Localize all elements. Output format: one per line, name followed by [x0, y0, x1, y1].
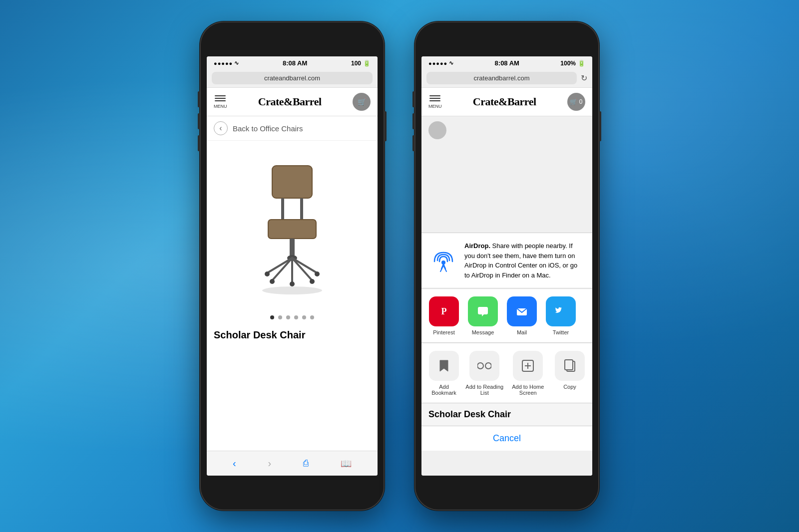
dimmed-back-row — [421, 116, 592, 148]
pinterest-label: Pinterest — [433, 329, 454, 335]
copy-icon — [564, 359, 576, 372]
dots-nav-left — [207, 310, 378, 324]
status-right-right: 100% 🔋 — [560, 60, 585, 67]
airdrop-title: AirDrop. — [464, 242, 490, 250]
status-time-right: 8:08 AM — [495, 59, 519, 67]
svg-point-18 — [441, 261, 445, 265]
wifi-icon: ∿ — [234, 60, 239, 66]
pinterest-icon: P — [436, 303, 452, 319]
svg-rect-33 — [565, 360, 573, 370]
menu-line-3 — [215, 100, 226, 101]
airdrop-section[interactable]: AirDrop. Share with people nearby. If yo… — [421, 233, 592, 288]
action-item-copy[interactable]: Copy — [552, 351, 587, 390]
bottom-toolbar-left: ‹ › ⎙ 📖 — [207, 451, 378, 476]
cart-btn-right[interactable]: 🛒 0 — [567, 93, 585, 111]
mail-label: Mail — [517, 329, 527, 335]
homescreen-icon-btn[interactable] — [513, 351, 543, 381]
forward-btn-left[interactable]: › — [268, 458, 272, 469]
mail-icon-btn[interactable] — [507, 296, 537, 326]
brand-logo-left: Crate&Barrel — [235, 95, 345, 108]
status-right-left: 100 🔋 — [351, 60, 371, 67]
svg-point-28 — [485, 363, 491, 369]
wifi-icon-right: ∿ — [449, 60, 453, 66]
twitter-label: Twitter — [553, 329, 569, 335]
homescreen-label: Add to Home Screen — [508, 384, 548, 396]
menu-button-left[interactable]: MENU — [214, 95, 227, 109]
status-time-left: 8:08 AM — [283, 59, 307, 67]
svg-rect-3 — [268, 220, 316, 239]
share-btn-left[interactable]: ⎙ — [303, 458, 309, 469]
back-btn-left[interactable]: ‹ — [233, 458, 236, 469]
bookmark-label: Add Bookmark — [426, 384, 461, 396]
battery-icon-left: 🔋 — [363, 60, 371, 67]
cart-btn-left[interactable]: 🛒 — [353, 93, 371, 111]
svg-point-26 — [553, 304, 568, 319]
status-left: ●●●●● ∿ — [214, 60, 239, 66]
svg-text:P: P — [441, 306, 447, 316]
dot-6 — [310, 315, 314, 319]
bookmarks-btn-left[interactable]: 📖 — [341, 458, 352, 469]
status-right-left: ●●●●● ∿ — [428, 60, 453, 66]
back-nav-left[interactable]: ‹ Back to Office Chairs — [207, 116, 378, 141]
dot-4 — [294, 315, 298, 319]
reading-label: Add to Reading List — [465, 384, 504, 396]
menu-line-r3 — [429, 100, 440, 101]
menu-line-2 — [215, 98, 226, 99]
share-item-mail[interactable]: Mail — [504, 296, 539, 335]
svg-point-11 — [265, 271, 270, 276]
homescreen-icon — [521, 359, 534, 372]
dot-2 — [278, 315, 282, 319]
address-field-left[interactable]: crateandbarrel.com — [212, 72, 373, 84]
cancel-button[interactable]: Cancel — [421, 426, 592, 451]
svg-rect-4 — [290, 239, 295, 256]
menu-line-r1 — [429, 95, 440, 96]
scholar-title: Scholar Desk Chair — [428, 409, 511, 419]
menu-line-1 — [215, 95, 226, 96]
action-icons-row: Add Bookmark Add to Reading List — [421, 344, 592, 403]
svg-point-12 — [315, 271, 320, 276]
share-item-message[interactable]: Message — [465, 296, 500, 335]
svg-rect-0 — [272, 166, 312, 198]
signal-icon: ●●●●● — [214, 60, 233, 66]
dot-1 — [270, 315, 274, 319]
iphone-right: ●●●●● ∿ 8:08 AM 100% 🔋 crateandbarrel.co… — [414, 21, 599, 511]
action-item-homescreen[interactable]: Add to Home Screen — [508, 351, 548, 396]
twitter-icon-btn[interactable] — [546, 296, 576, 326]
reading-icon-btn[interactable] — [469, 351, 499, 381]
bookmark-icon — [437, 359, 450, 372]
address-bar-right[interactable]: crateandbarrel.com ↻ — [421, 69, 592, 88]
dot-5 — [302, 315, 306, 319]
signal-icon-right: ●●●●● — [428, 60, 447, 66]
twitter-icon — [553, 303, 569, 319]
status-bar-right: ●●●●● ∿ 8:08 AM 100% 🔋 — [421, 56, 592, 69]
svg-point-27 — [477, 363, 483, 369]
svg-point-13 — [270, 279, 275, 284]
refresh-btn-right[interactable]: ↻ — [581, 73, 587, 83]
message-icon-btn[interactable] — [468, 296, 498, 326]
share-item-pinterest[interactable]: P Pinterest — [426, 296, 461, 335]
address-field-right[interactable]: crateandbarrel.com — [426, 72, 577, 84]
share-item-twitter[interactable]: Twitter — [543, 296, 578, 335]
nav-header-left: MENU Crate&Barrel 🛒 — [207, 88, 378, 116]
menu-label-right: MENU — [428, 104, 442, 109]
copy-icon-btn[interactable] — [555, 351, 585, 381]
action-item-bookmark[interactable]: Add Bookmark — [426, 351, 461, 396]
svg-point-14 — [310, 279, 315, 284]
product-image-left — [207, 141, 378, 310]
svg-point-15 — [290, 281, 295, 286]
menu-button-right[interactable]: MENU — [428, 95, 442, 109]
svg-point-16 — [262, 286, 322, 294]
nav-header-right: MENU Crate&Barrel 🛒 0 — [421, 88, 592, 116]
screen-content-right: ●●●●● ∿ 8:08 AM 100% 🔋 crateandbarrel.co… — [421, 56, 592, 476]
back-chevron-left[interactable]: ‹ — [214, 121, 228, 135]
action-item-reading[interactable]: Add to Reading List — [465, 351, 504, 396]
bookmark-icon-btn[interactable] — [429, 351, 459, 381]
address-bar-left[interactable]: crateandbarrel.com — [207, 69, 378, 88]
screen-content-left: ●●●●● ∿ 8:08 AM 100 🔋 crateandbarrel.com — [207, 56, 378, 476]
reading-list-icon — [477, 362, 491, 370]
copy-label: Copy — [563, 384, 576, 390]
pinterest-icon-btn[interactable]: P — [429, 296, 459, 326]
phone-left-screen: ●●●●● ∿ 8:08 AM 100 🔋 crateandbarrel.com — [207, 56, 378, 476]
menu-label-left: MENU — [214, 104, 227, 109]
brand-logo-right: Crate&Barrel — [450, 95, 560, 108]
